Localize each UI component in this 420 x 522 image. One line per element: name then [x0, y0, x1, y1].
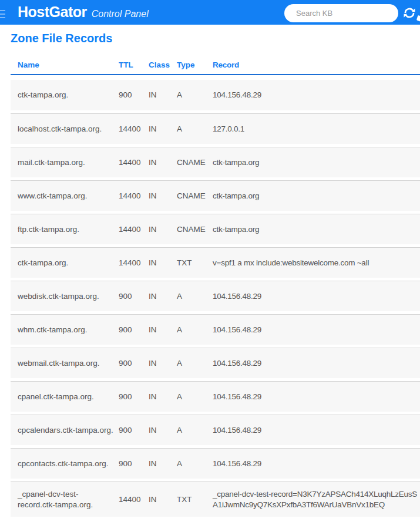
table-row: mail.ctk-tampa.org. 14400 IN CNAME ctk-t…: [11, 147, 420, 177]
cell-name: _cpanel-dcv-test-record.ctk-tampa.org.: [18, 489, 119, 510]
cell-record: 104.156.48.29: [213, 459, 420, 469]
table-row: ctk-tampa.org. 900 IN A 104.156.48.29: [11, 80, 420, 110]
cell-type: A: [177, 124, 213, 134]
cell-ttl: 900: [119, 425, 149, 436]
cell-name: www.ctk-tampa.org.: [18, 191, 119, 201]
table-row: webmail.ctk-tampa.org. 900 IN A 104.156.…: [11, 348, 420, 378]
cell-type: CNAME: [177, 191, 213, 201]
column-header-name: Name: [18, 60, 119, 70]
cell-record: 104.156.48.29: [213, 90, 420, 100]
brand-suffix: Control Panel: [92, 9, 149, 19]
table-row: ftp.ctk-tampa.org. 14400 IN CNAME ctk-ta…: [11, 214, 420, 244]
cell-name: whm.ctk-tampa.org.: [18, 325, 119, 335]
cell-name: cpcalendars.ctk-tampa.org.: [18, 425, 119, 436]
cell-class: IN: [149, 124, 177, 134]
table-body: ctk-tampa.org. 900 IN A 104.156.48.29 lo…: [11, 80, 420, 517]
cell-type: CNAME: [177, 157, 213, 168]
cell-class: IN: [149, 494, 177, 505]
page-title: Zone File Records: [11, 32, 420, 45]
table-row: webdisk.ctk-tampa.org. 900 IN A 104.156.…: [11, 281, 420, 311]
cell-class: IN: [149, 90, 177, 100]
cell-record: 127.0.0.1: [213, 124, 420, 134]
cell-ttl: 14400: [119, 494, 149, 505]
table-row: www.ctk-tampa.org. 14400 IN CNAME ctk-ta…: [11, 180, 420, 211]
cell-ttl: 900: [119, 90, 149, 100]
table-row: cpanel.ctk-tampa.org. 900 IN A 104.156.4…: [11, 381, 420, 412]
cell-ttl: 900: [119, 392, 149, 402]
cell-record: 104.156.48.29: [213, 392, 420, 402]
cell-name: webdisk.ctk-tampa.org.: [18, 291, 119, 302]
cell-ttl: 14400: [119, 157, 149, 168]
column-header-record: Record: [213, 60, 420, 70]
cell-type: A: [177, 425, 213, 436]
menu-icon[interactable]: [0, 10, 5, 21]
table-row: localhost.ctk-tampa.org. 14400 IN A 127.…: [11, 113, 420, 144]
cell-ttl: 14400: [119, 191, 149, 201]
cell-name: ftp.ctk-tampa.org.: [18, 224, 119, 235]
cell-type: A: [177, 459, 213, 469]
cell-record: ctk-tampa.org: [213, 157, 420, 168]
table-row: cpcontacts.ctk-tampa.org. 900 IN A 104.1…: [11, 448, 420, 479]
table-row: _cpanel-dcv-test-record.ctk-tampa.org. 1…: [11, 481, 420, 517]
cell-ttl: 900: [119, 291, 149, 302]
cell-name: mail.ctk-tampa.org.: [18, 157, 119, 168]
cell-name: localhost.ctk-tampa.org.: [18, 124, 119, 134]
cell-ttl: 14400: [119, 224, 149, 235]
cell-class: IN: [149, 392, 177, 402]
cell-name: cpanel.ctk-tampa.org.: [18, 392, 119, 402]
cell-ttl: 900: [119, 325, 149, 335]
cell-type: TXT: [177, 494, 213, 505]
column-header-class: Class: [149, 60, 177, 70]
table-row: whm.ctk-tampa.org. 900 IN A 104.156.48.2…: [11, 314, 420, 345]
cell-class: IN: [149, 459, 177, 469]
cell-type: A: [177, 358, 213, 369]
cell-class: IN: [149, 191, 177, 201]
table-row: cpcalendars.ctk-tampa.org. 900 IN A 104.…: [11, 415, 420, 445]
table-header-row: Name TTL Class Type Record: [11, 50, 420, 75]
cell-name: ctk-tampa.org.: [18, 90, 119, 100]
column-header-ttl: TTL: [119, 60, 149, 70]
cell-name: webmail.ctk-tampa.org.: [18, 358, 119, 369]
cell-record: v=spf1 a mx include:websitewelcome.com ~…: [213, 258, 420, 268]
cell-class: IN: [149, 291, 177, 302]
cell-class: IN: [149, 157, 177, 168]
cell-record: 104.156.48.29: [213, 358, 420, 369]
cell-record: 104.156.48.29: [213, 325, 420, 335]
cell-record: ctk-tampa.org: [213, 191, 420, 201]
brand: HostGatorControl Panel: [18, 4, 149, 21]
cell-record: ctk-tampa.org: [213, 224, 420, 235]
partial-icon: [416, 15, 420, 22]
cell-type: A: [177, 90, 213, 100]
column-header-type: Type: [177, 60, 213, 70]
refresh-icon[interactable]: [404, 7, 415, 19]
search-input[interactable]: [284, 4, 398, 22]
zone-records-table: Name TTL Class Type Record ctk-tampa.org…: [11, 50, 420, 517]
cell-record: 104.156.48.29: [213, 425, 420, 436]
cell-class: IN: [149, 425, 177, 436]
table-row: ctk-tampa.org. 14400 IN TXT v=spf1 a mx …: [11, 247, 420, 278]
cell-record: 104.156.48.29: [213, 291, 420, 302]
cell-record: _cpanel-dcv-test-record=N3K7YzAPSACh414X…: [213, 489, 420, 510]
cell-class: IN: [149, 358, 177, 369]
cell-class: IN: [149, 325, 177, 335]
cell-type: CNAME: [177, 224, 213, 235]
cell-type: A: [177, 291, 213, 302]
cell-name: ctk-tampa.org.: [18, 258, 119, 268]
cell-ttl: 14400: [119, 258, 149, 268]
cell-type: TXT: [177, 258, 213, 268]
cell-name: cpcontacts.ctk-tampa.org.: [18, 459, 119, 469]
cell-ttl: 900: [119, 459, 149, 469]
cell-ttl: 14400: [119, 124, 149, 134]
brand-name: HostGator: [18, 4, 87, 20]
cell-ttl: 900: [119, 358, 149, 369]
cell-class: IN: [149, 258, 177, 268]
cell-type: A: [177, 325, 213, 335]
app-header: HostGatorControl Panel: [0, 0, 420, 25]
cell-class: IN: [149, 224, 177, 235]
cell-type: A: [177, 392, 213, 402]
